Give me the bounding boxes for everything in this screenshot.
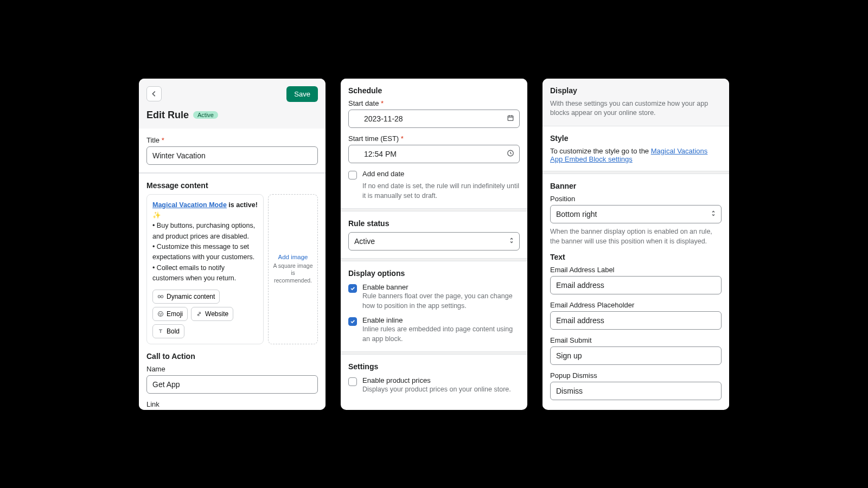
style-text: To customize the style go to the <box>550 147 651 155</box>
add-end-date-row: Add end date If no end date is set, the … <box>348 170 520 201</box>
arrow-left-icon <box>150 90 158 98</box>
link-icon <box>196 311 202 317</box>
message-link[interactable]: Magical Vacation Mode <box>152 201 227 209</box>
add-image-button[interactable]: Add image <box>278 254 308 260</box>
email-submit-label: Email Submit <box>550 336 722 344</box>
svg-rect-1 <box>161 295 163 298</box>
message-content-section: Message content Magical Vacation Mode is… <box>139 174 326 352</box>
email-label-label: Email Address Label <box>550 266 722 274</box>
enable-inline-help: Inline rules are embedded into page cont… <box>362 324 520 344</box>
add-end-date-help: If no end date is set, the rule will run… <box>362 181 520 201</box>
display-sub: With these settings you can customize ho… <box>550 99 722 118</box>
position-select[interactable] <box>550 205 722 223</box>
back-button[interactable] <box>146 86 162 101</box>
cta-name-label: Name <box>146 365 318 373</box>
dynamic-content-button[interactable]: Dynamic content <box>152 290 220 304</box>
link-chain-icon <box>157 293 164 300</box>
settings-section: Settings Enable product prices Displays … <box>341 355 527 402</box>
display-heading: Display <box>550 86 722 95</box>
position-label: Position <box>550 195 722 203</box>
banner-heading: Banner <box>550 182 722 190</box>
schedule-section: Schedule Start date Start time (EST) <box>341 79 527 208</box>
popup-dismiss-label: Popup Dismiss <box>550 371 722 380</box>
rule-status-heading: Rule status <box>348 219 520 228</box>
enable-banner-checkbox[interactable] <box>348 284 357 293</box>
display-settings-panel: Display With these settings you can cust… <box>542 79 729 410</box>
enable-banner-label: Enable banner <box>362 283 520 291</box>
display-options-heading: Display options <box>348 269 520 278</box>
enable-banner-help: Rule banners float over the page, you ca… <box>362 291 520 311</box>
calendar-icon <box>507 114 514 123</box>
save-button[interactable]: Save <box>286 86 318 102</box>
rule-status-select[interactable] <box>348 232 520 251</box>
enable-inline-checkbox[interactable] <box>348 317 357 326</box>
smile-icon <box>157 311 164 317</box>
add-end-date-label: Add end date <box>362 170 520 178</box>
editor-toolbar: Dynamic content Emoji Website Bold <box>152 290 258 338</box>
bold-button[interactable]: Bold <box>152 324 184 338</box>
cta-link-label: Link <box>146 400 318 408</box>
title-label: Title <box>146 136 318 144</box>
display-header: Display With these settings you can cust… <box>542 79 729 126</box>
position-help: When the banner display option is enable… <box>550 227 722 246</box>
title-section: Title <box>139 129 326 172</box>
start-time-input[interactable] <box>348 145 520 163</box>
image-dropzone[interactable]: Add image A square image is recommended. <box>268 194 318 344</box>
rule-status-section: Rule status <box>341 211 527 258</box>
schedule-heading: Schedule <box>348 86 520 95</box>
text-icon <box>157 328 164 335</box>
email-submit-input[interactable] <box>550 346 722 365</box>
message-content-heading: Message content <box>146 181 318 190</box>
start-date-label: Start date <box>348 99 520 107</box>
enable-prices-label: Enable product prices <box>362 376 511 384</box>
cta-section: Call to Action Name Link <box>139 352 326 410</box>
banner-section: Banner Position When the banner display … <box>542 174 729 408</box>
add-end-date-checkbox[interactable] <box>348 171 357 179</box>
style-heading: Style <box>550 134 722 143</box>
enable-prices-checkbox[interactable] <box>348 377 357 386</box>
popup-dismiss-input[interactable] <box>550 382 722 400</box>
email-label-input[interactable] <box>550 276 722 294</box>
image-hint: A square image is recommended. <box>273 262 313 285</box>
cta-heading: Call to Action <box>146 352 318 361</box>
header-bar: Save <box>139 79 326 110</box>
title-row: Edit Rule Active <box>139 110 326 129</box>
svg-point-2 <box>158 311 163 316</box>
display-options-section: Display options Enable banner Rule banne… <box>341 261 527 352</box>
enable-inline-label: Enable inline <box>362 316 520 324</box>
svg-rect-0 <box>158 295 161 298</box>
email-placeholder-label: Email Address Placeholder <box>550 301 722 309</box>
start-time-label: Start time (EST) <box>348 134 520 143</box>
title-input[interactable] <box>146 146 318 165</box>
svg-point-4 <box>161 313 162 313</box>
message-editor[interactable]: Magical Vacation Mode is active! ✨ • Buy… <box>146 194 264 344</box>
clock-icon <box>507 149 514 158</box>
emoji-button[interactable]: Emoji <box>152 307 188 321</box>
style-section: Style To customize the style go to the M… <box>542 126 729 171</box>
settings-heading: Settings <box>348 362 520 371</box>
page-title: Edit Rule <box>146 110 189 121</box>
text-heading: Text <box>550 253 722 261</box>
svg-rect-5 <box>508 115 513 120</box>
email-placeholder-input[interactable] <box>550 311 722 330</box>
edit-rule-panel: Save Edit Rule Active Title Message cont… <box>139 79 326 410</box>
enable-prices-help: Displays your product prices on your onl… <box>362 384 511 394</box>
website-button[interactable]: Website <box>191 307 233 321</box>
start-date-input[interactable] <box>348 110 520 128</box>
schedule-panel: Schedule Start date Start time (EST) <box>341 79 527 410</box>
svg-point-3 <box>159 313 160 313</box>
message-text: Magical Vacation Mode is active! ✨ • Buy… <box>152 200 258 284</box>
cta-name-input[interactable] <box>146 375 318 394</box>
status-badge: Active <box>193 111 218 119</box>
